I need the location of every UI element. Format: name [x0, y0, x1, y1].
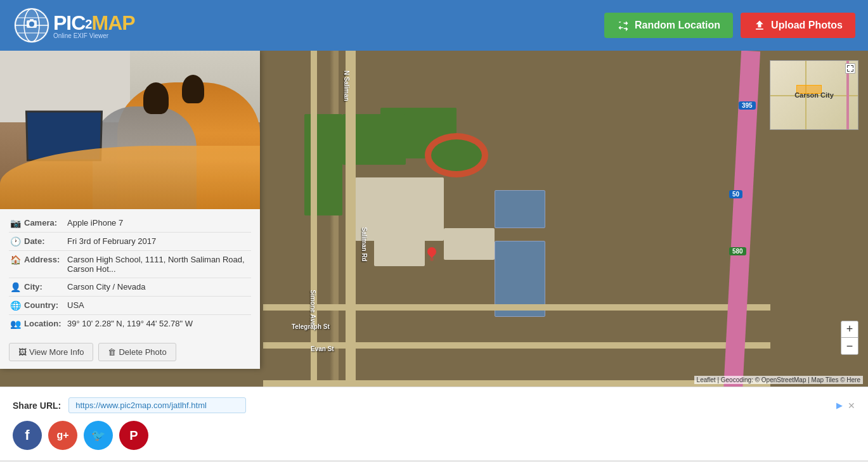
- share-url[interactable]: https://www.pic2map.com/jatlhf.html: [68, 397, 246, 413]
- googleplus-share-button[interactable]: g+: [48, 421, 77, 450]
- twitter-share-button[interactable]: 🐦: [84, 421, 113, 450]
- address-value: Carson High School, 1111, North Saliman …: [67, 255, 251, 274]
- photo-actions: 🖼 View More Info 🗑 Delete Photo: [0, 338, 260, 369]
- map-attribution: Leaflet | Geocoding: © OpenStreetMap | M…: [694, 376, 863, 384]
- camera-icon: 📷: [9, 218, 22, 228]
- share-label: Share URL:: [13, 401, 61, 411]
- minimap-city-label: Carson City: [794, 91, 834, 99]
- share-row: Share URL: https://www.pic2map.com/jatlh…: [13, 397, 855, 413]
- upload-photos-label: Upload Photos: [771, 20, 843, 31]
- location-value: 39° 10' 2.28" N, 119° 44' 52.78" W: [67, 319, 251, 328]
- globe-icon: 🌐: [9, 300, 22, 311]
- random-location-button[interactable]: Random Location: [604, 13, 733, 38]
- view-more-button[interactable]: 🖼 View More Info: [9, 343, 93, 361]
- header-buttons: Random Location Upload Photos: [604, 13, 855, 38]
- date-label: Date:: [24, 236, 67, 246]
- social-buttons-row: f g+ 🐦 P: [13, 421, 855, 450]
- city-value: Carson City / Nevada: [67, 282, 251, 292]
- pinterest-icon: P: [129, 428, 138, 443]
- facebook-share-button[interactable]: f: [13, 421, 42, 450]
- view-more-label: View More Info: [29, 347, 84, 357]
- upload-icon: [753, 19, 766, 32]
- photo-info: 📷 Camera: Apple iPhone 7 🕐 Date: Fri 3rd…: [0, 209, 260, 338]
- upload-photos-button[interactable]: Upload Photos: [741, 13, 855, 38]
- logo-text: PIC2MAP: [53, 11, 135, 35]
- person-icon: 👤: [9, 282, 22, 292]
- minimap-expand-button[interactable]: [845, 63, 855, 74]
- date-row: 🕐 Date: Fri 3rd of February 2017: [9, 233, 251, 251]
- pinterest-share-button[interactable]: P: [119, 421, 148, 450]
- facebook-icon: f: [25, 427, 29, 444]
- delete-photo-button[interactable]: 🗑 Delete Photo: [98, 343, 176, 361]
- header: PIC2MAP Online EXIF Viewer Random Locati…: [0, 0, 868, 51]
- zoom-out-button[interactable]: −: [841, 338, 858, 354]
- twitter-icon: 🐦: [91, 428, 105, 442]
- close-ad-icon[interactable]: ✕: [848, 401, 855, 411]
- logo-area: PIC2MAP Online EXIF Viewer: [13, 6, 135, 44]
- delete-label: Delete Photo: [119, 347, 166, 357]
- address-row: 🏠 Address: Carson High School, 1111, Nor…: [9, 251, 251, 278]
- shuffle-icon: [617, 19, 630, 32]
- highway-395: 395: [739, 101, 756, 110]
- map-location-marker: [426, 247, 437, 262]
- location-label: Location:: [24, 319, 67, 328]
- zoom-controls: + −: [841, 321, 858, 355]
- camera-label: Camera:: [24, 218, 67, 228]
- ad-choices-icon[interactable]: ▶: [836, 401, 843, 410]
- date-value: Fri 3rd of February 2017: [67, 236, 251, 246]
- photo-image: [0, 51, 260, 209]
- highway-580: 580: [729, 247, 746, 255]
- map-section: N Saliman Saliman Rd Simone Ave Evan St …: [0, 51, 868, 387]
- camera-row: 📷 Camera: Apple iPhone 7: [9, 214, 251, 233]
- photo-panel: 📷 Camera: Apple iPhone 7 🕐 Date: Fri 3rd…: [0, 51, 260, 369]
- country-label: Country:: [24, 300, 67, 310]
- country-value: USA: [67, 300, 251, 310]
- city-row: 👤 City: Carson City / Nevada: [9, 278, 251, 297]
- random-location-label: Random Location: [635, 20, 720, 31]
- address-label: Address:: [24, 255, 67, 264]
- country-row: 🌐 Country: USA: [9, 297, 251, 315]
- minimap[interactable]: Carson City: [770, 60, 858, 130]
- location-icon: 👥: [9, 319, 22, 329]
- camera-value: Apple iPhone 7: [67, 218, 251, 228]
- location-row: 👥 Location: 39° 10' 2.28" N, 119° 44' 52…: [9, 315, 251, 333]
- zoom-in-button[interactable]: +: [841, 321, 858, 338]
- view-more-icon: 🖼: [18, 347, 27, 357]
- svg-point-7: [29, 22, 34, 27]
- clock-icon: 🕐: [9, 236, 22, 247]
- logo-icon: [13, 6, 51, 44]
- home-icon: 🏠: [9, 255, 22, 265]
- svg-rect-8: [30, 19, 34, 21]
- city-label: City:: [24, 282, 67, 292]
- ad-icons: ▶ ✕: [836, 401, 855, 411]
- googleplus-icon: g+: [56, 430, 68, 441]
- bottom-section: Share URL: https://www.pic2map.com/jatlh…: [0, 387, 868, 460]
- highway-50: 50: [729, 190, 742, 198]
- delete-icon: 🗑: [108, 347, 116, 357]
